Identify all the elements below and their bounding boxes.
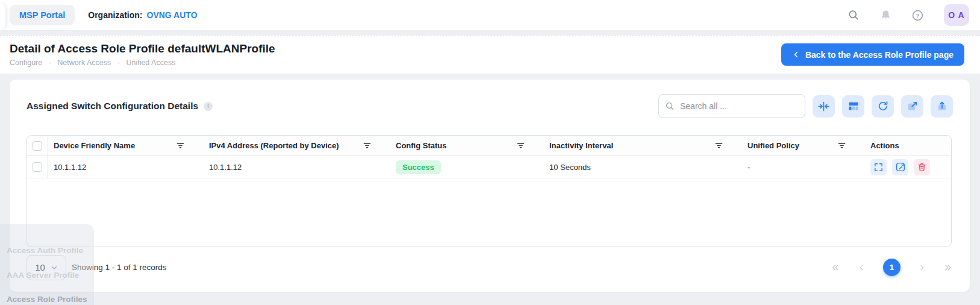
svg-text:?: ? bbox=[916, 12, 920, 19]
chevron-left-icon bbox=[792, 51, 800, 58]
search-input[interactable] bbox=[680, 101, 799, 111]
organization-label: Organization: bbox=[88, 10, 142, 20]
last-page-icon[interactable] bbox=[943, 263, 953, 272]
breadcrumb: Configure - Network Access - Unified Acc… bbox=[10, 58, 275, 67]
first-page-icon[interactable] bbox=[831, 263, 840, 272]
chevron-down-icon bbox=[51, 264, 58, 271]
breadcrumb-item-network-access[interactable]: Network Access bbox=[57, 58, 111, 67]
status-badge: Success bbox=[396, 160, 441, 174]
page-size-value: 10 bbox=[35, 262, 45, 272]
edit-row-button[interactable] bbox=[892, 159, 908, 175]
columns-settings-button[interactable] bbox=[842, 95, 864, 118]
table-footer: 10 Showing 1 - 1 of 1 records 1 bbox=[27, 254, 953, 280]
info-icon[interactable]: ! bbox=[204, 102, 213, 111]
page-title: Detail of Access Role Profile defaultWLA… bbox=[10, 42, 275, 55]
filter-icon[interactable] bbox=[837, 141, 846, 150]
cell-unified-policy: - bbox=[741, 163, 864, 172]
expand-row-button[interactable] bbox=[870, 159, 887, 175]
page-header-left: Detail of Access Role Profile defaultWLA… bbox=[10, 42, 275, 67]
table-row: 10.1.1.12 10.1.1.12 Success 10 Seconds - bbox=[27, 156, 951, 178]
showing-records-text: Showing 1 - 1 of 1 records bbox=[72, 263, 167, 272]
ghost-menu-item-access-role-profiles: Access Role Profiles bbox=[7, 295, 97, 304]
organization-name-link[interactable]: OVNG AUTO bbox=[147, 10, 198, 20]
top-bar: MSP Portal Organization: OVNG AUTO ? O A bbox=[0, 0, 980, 30]
column-label: Actions bbox=[870, 141, 899, 150]
back-button[interactable]: Back to the Access Role Profile page bbox=[781, 43, 964, 66]
column-label: Inactivity Interval bbox=[549, 141, 613, 150]
delete-row-button[interactable] bbox=[914, 159, 930, 175]
upload-icon bbox=[936, 100, 948, 112]
select-all-cell bbox=[27, 136, 48, 156]
column-header-unified-policy: Unified Policy bbox=[741, 141, 864, 150]
card-header: Assigned Switch Configuration Details ! bbox=[27, 93, 953, 119]
column-header-device-friendly-name: Device Friendly Name bbox=[48, 141, 203, 150]
table-search-box bbox=[658, 94, 805, 118]
row-select-cell bbox=[27, 156, 48, 178]
cell-actions bbox=[864, 159, 951, 175]
search-icon bbox=[665, 101, 675, 112]
filter-icon[interactable] bbox=[363, 141, 372, 150]
collapse-columns-button[interactable] bbox=[813, 95, 835, 118]
open-external-button[interactable] bbox=[901, 95, 923, 118]
next-page-icon[interactable] bbox=[918, 263, 926, 272]
row-actions bbox=[870, 159, 930, 175]
column-label: Unified Policy bbox=[747, 141, 799, 150]
refresh-icon bbox=[877, 100, 889, 112]
column-header-actions: Actions bbox=[864, 141, 951, 150]
column-label: Config Status bbox=[396, 141, 447, 150]
cell-ipv4-address: 10.1.1.12 bbox=[203, 163, 390, 172]
trash-icon bbox=[917, 162, 927, 172]
open-external-icon bbox=[907, 100, 919, 112]
bell-icon[interactable] bbox=[880, 8, 891, 22]
select-all-checkbox[interactable] bbox=[33, 141, 42, 151]
pagination: 1 bbox=[831, 259, 953, 276]
breadcrumb-separator: - bbox=[49, 58, 51, 67]
user-avatar[interactable]: O A bbox=[944, 4, 969, 26]
search-icon[interactable] bbox=[847, 9, 860, 22]
export-button[interactable] bbox=[931, 95, 953, 118]
row-checkbox[interactable] bbox=[33, 162, 42, 172]
cell-inactivity-interval: 10 Seconds bbox=[543, 163, 741, 172]
panel-title: Assigned Switch Configuration Details bbox=[27, 101, 198, 112]
msp-portal-button[interactable]: MSP Portal bbox=[10, 5, 75, 25]
column-label: IPv4 Address (Reported by Device) bbox=[209, 141, 339, 150]
prev-page-icon[interactable] bbox=[858, 263, 866, 272]
current-page-button[interactable]: 1 bbox=[883, 259, 900, 276]
edit-icon bbox=[895, 162, 906, 172]
content-card: Assigned Switch Configuration Details ! bbox=[10, 80, 970, 292]
data-table: Device Friendly Name IPv4 Address (Repor… bbox=[27, 135, 952, 247]
cell-device-friendly-name: 10.1.1.12 bbox=[48, 163, 203, 172]
filter-icon[interactable] bbox=[516, 141, 525, 150]
breadcrumb-separator: - bbox=[117, 58, 120, 67]
cell-config-status: Success bbox=[390, 160, 543, 174]
column-header-ipv4-address: IPv4 Address (Reported by Device) bbox=[203, 141, 390, 150]
column-header-inactivity-interval: Inactivity Interval bbox=[543, 141, 741, 150]
breadcrumb-item-unified-access[interactable]: Unified Access bbox=[126, 58, 175, 67]
columns-icon bbox=[847, 100, 860, 112]
column-label: Device Friendly Name bbox=[54, 141, 135, 150]
help-icon[interactable]: ? bbox=[911, 9, 924, 22]
refresh-button[interactable] bbox=[872, 95, 894, 118]
filter-icon[interactable] bbox=[714, 141, 723, 150]
sidebar-edge bbox=[0, 4, 5, 29]
topbar-actions: ? O A bbox=[847, 4, 969, 26]
breadcrumb-item-configure[interactable]: Configure bbox=[10, 58, 42, 67]
expand-icon bbox=[873, 162, 884, 172]
filter-icon[interactable] bbox=[176, 141, 185, 150]
table-toolbar bbox=[658, 94, 953, 118]
page-header: Detail of Access Role Profile defaultWLA… bbox=[0, 35, 980, 74]
page-size-select[interactable]: 10 bbox=[27, 255, 66, 280]
column-header-config-status: Config Status bbox=[390, 141, 543, 150]
collapse-icon bbox=[817, 100, 830, 113]
organization: Organization: OVNG AUTO bbox=[88, 10, 197, 20]
table-header-row: Device Friendly Name IPv4 Address (Repor… bbox=[27, 136, 951, 156]
back-button-label: Back to the Access Role Profile page bbox=[805, 50, 953, 60]
